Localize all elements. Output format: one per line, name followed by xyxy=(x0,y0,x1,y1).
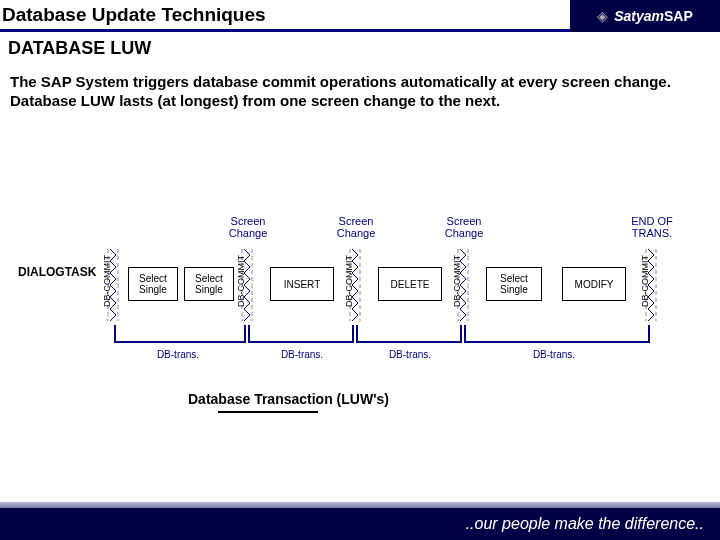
footer: ..our people make the difference.. xyxy=(0,502,720,540)
bracket-3 xyxy=(356,325,462,343)
bracket-4 xyxy=(464,325,650,343)
diagram-caption: Database Transaction (LUW's) xyxy=(188,391,389,407)
db-commit-marker-1: DB-COMMIT xyxy=(106,249,120,321)
company-mark-icon: ◈ xyxy=(597,8,608,24)
dbtrans-label-3: DB-trans. xyxy=(380,349,440,360)
db-commit-label: DB-COMMIT xyxy=(452,245,462,317)
brand-text: SatyamSAP xyxy=(614,8,693,24)
header-title-wrap: Database Update Techniques xyxy=(0,0,570,32)
header-bar: Database Update Techniques ◈ SatyamSAP xyxy=(0,0,720,32)
brand-logo: ◈ SatyamSAP xyxy=(570,0,720,32)
dialogtask-label: DIALOGTASK xyxy=(18,265,96,279)
footer-main: ..our people make the difference.. xyxy=(0,508,720,540)
op-box-2: Select Single xyxy=(184,267,234,301)
op-box-4: DELETE xyxy=(378,267,442,301)
op-box-3: INSERT xyxy=(270,267,334,301)
brand-name: Satyam xyxy=(614,8,664,24)
db-commit-label: DB-COMMIT xyxy=(640,245,650,317)
luw-diagram: DIALOGTASK Screen Change Screen Change S… xyxy=(18,215,702,415)
top-label-4: END OF TRANS. xyxy=(622,215,682,239)
dbtrans-label-2: DB-trans. xyxy=(272,349,332,360)
footer-tagline: ..our people make the difference.. xyxy=(466,515,704,533)
caption-underline xyxy=(218,411,318,413)
brand-suffix: SAP xyxy=(664,8,693,24)
op-box-6: MODIFY xyxy=(562,267,626,301)
top-label-1: Screen Change xyxy=(218,215,278,239)
db-commit-marker-5: DB-COMMIT xyxy=(644,249,658,321)
db-commit-marker-2: DB-COMMIT xyxy=(240,249,254,321)
op-box-1: Select Single xyxy=(128,267,178,301)
bracket-1 xyxy=(114,325,246,343)
db-commit-label: DB-COMMIT xyxy=(102,245,112,317)
db-commit-label: DB-COMMIT xyxy=(236,245,246,317)
top-label-2: Screen Change xyxy=(326,215,386,239)
db-commit-marker-3: DB-COMMIT xyxy=(348,249,362,321)
dbtrans-label-1: DB-trans. xyxy=(148,349,208,360)
dbtrans-label-4: DB-trans. xyxy=(524,349,584,360)
page-title: Database Update Techniques xyxy=(2,4,266,25)
db-commit-label: DB-COMMIT xyxy=(344,245,354,317)
top-label-3: Screen Change xyxy=(434,215,494,239)
body-paragraph: The SAP System triggers database commit … xyxy=(0,59,720,111)
op-box-5: Select Single xyxy=(486,267,542,301)
section-subhead: DATABASE LUW xyxy=(0,32,720,59)
db-commit-marker-4: DB-COMMIT xyxy=(456,249,470,321)
bracket-2 xyxy=(248,325,354,343)
